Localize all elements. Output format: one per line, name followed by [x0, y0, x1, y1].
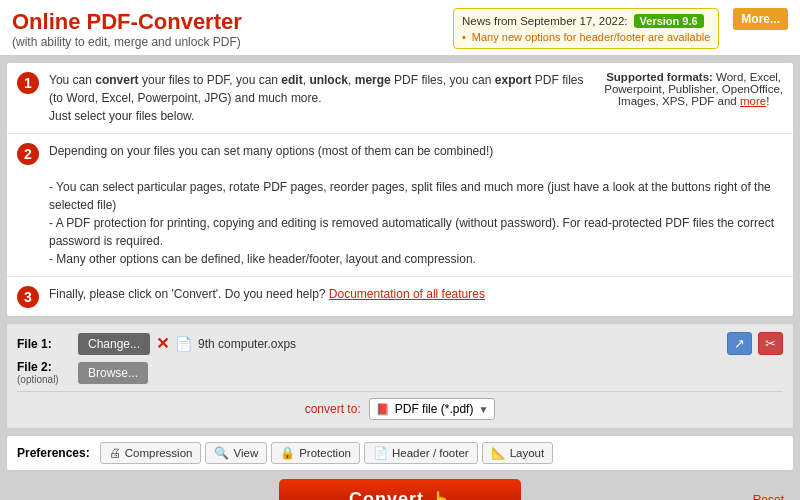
more-link[interactable]: more: [740, 95, 766, 107]
reset-link[interactable]: Reset: [753, 493, 784, 501]
preferences-area: Preferences: 🖨 Compression 🔍 View 🔒 Prot…: [6, 435, 794, 471]
pref-protection-label: Protection: [299, 447, 351, 459]
file1-label: File 1:: [17, 337, 72, 351]
format-select[interactable]: 📕 PDF file (*.pdf) ▼: [369, 398, 496, 420]
pref-tab-view[interactable]: 🔍 View: [205, 442, 267, 464]
main-container: Online PDF-Converter (with ability to ed…: [0, 0, 800, 500]
cursor-hand-icon: 👆: [430, 490, 451, 500]
header-title-block: Online PDF-Converter (with ability to ed…: [12, 9, 242, 49]
pref-layout-label: Layout: [510, 447, 545, 459]
convert-button-label: Convert: [349, 489, 424, 500]
convert-to-row: convert to: 📕 PDF file (*.pdf) ▼: [17, 391, 783, 420]
file2-optional: (optional): [17, 374, 72, 385]
step-3-content: Finally, please click on 'Convert'. Do y…: [49, 285, 783, 303]
step-3-number: 3: [17, 286, 39, 308]
pref-tab-compression[interactable]: 🖨 Compression: [100, 442, 202, 464]
news-top: News from September 17, 2022: Version 9.…: [462, 14, 710, 28]
step-3-row: 3 Finally, please click on 'Convert'. Do…: [7, 277, 793, 316]
convert-button[interactable]: Convert 👆: [279, 479, 521, 500]
convert-to-label: convert to:: [305, 402, 361, 416]
protection-icon: 🔒: [280, 446, 295, 460]
app-subtitle: (with ability to edit, merge and unlock …: [12, 35, 241, 49]
pref-tab-protection[interactable]: 🔒 Protection: [271, 442, 360, 464]
file1-delete-icon[interactable]: ✕: [156, 334, 169, 353]
header: Online PDF-Converter (with ability to ed…: [0, 0, 800, 56]
view-icon: 🔍: [214, 446, 229, 460]
layout-icon: 📐: [491, 446, 506, 460]
preferences-label: Preferences:: [17, 446, 90, 460]
step-1-number: 1: [17, 72, 39, 94]
file2-label: File 2:: [17, 360, 72, 374]
news-row: • Many new options for header/footer are…: [462, 31, 710, 43]
file-area: File 1: Change... ✕ 📄 9th computer.oxps …: [6, 323, 794, 429]
news-box: News from September 17, 2022: Version 9.…: [453, 8, 719, 49]
file2-row: File 2: (optional) Browse...: [17, 360, 783, 385]
news-bullet-icon: •: [462, 31, 466, 43]
news-bullet-text: Many new options for header/footer are a…: [472, 31, 710, 43]
compression-icon: 🖨: [109, 446, 121, 460]
step-2-content: Depending on your files you can set many…: [49, 142, 783, 268]
pref-tab-header-footer[interactable]: 📄 Header / footer: [364, 442, 478, 464]
pref-tab-layout[interactable]: 📐 Layout: [482, 442, 554, 464]
file2-browse-button[interactable]: Browse...: [78, 362, 148, 384]
step-2-row: 2 Depending on your files you can set ma…: [7, 134, 793, 277]
file1-share-button[interactable]: ↗: [727, 332, 752, 355]
more-button[interactable]: More...: [733, 8, 788, 30]
file1-row: File 1: Change... ✕ 📄 9th computer.oxps …: [17, 332, 783, 355]
step-1-side: Supported formats: Word, Excel,Powerpoin…: [604, 71, 783, 107]
news-label: News from September 17, 2022:: [462, 15, 628, 27]
steps-area: 1 You can convert your files to PDF, you…: [6, 62, 794, 317]
file1-scissors-button[interactable]: ✂: [758, 332, 783, 355]
chevron-down-icon: ▼: [478, 404, 488, 415]
pref-header-footer-label: Header / footer: [392, 447, 469, 459]
file1-type-icon: 📄: [175, 336, 192, 352]
pref-compression-label: Compression: [125, 447, 193, 459]
pdf-icon: 📕: [376, 403, 390, 416]
app-title: Online PDF-Converter: [12, 9, 242, 35]
convert-area: Convert 👆 Reset: [0, 471, 800, 500]
format-value: PDF file (*.pdf): [395, 402, 474, 416]
pref-view-label: View: [233, 447, 258, 459]
file1-change-button[interactable]: Change...: [78, 333, 150, 355]
documentation-link[interactable]: Documentation of all features: [329, 287, 485, 301]
step-2-number: 2: [17, 143, 39, 165]
version-badge: Version 9.6: [634, 14, 704, 28]
file1-name: 9th computer.oxps: [198, 337, 296, 351]
step-1-row: 1 You can convert your files to PDF, you…: [7, 63, 793, 134]
header-footer-icon: 📄: [373, 446, 388, 460]
step-1-content: You can convert your files to PDF, you c…: [49, 71, 594, 125]
file1-action-icons: ↗ ✂: [727, 332, 783, 355]
